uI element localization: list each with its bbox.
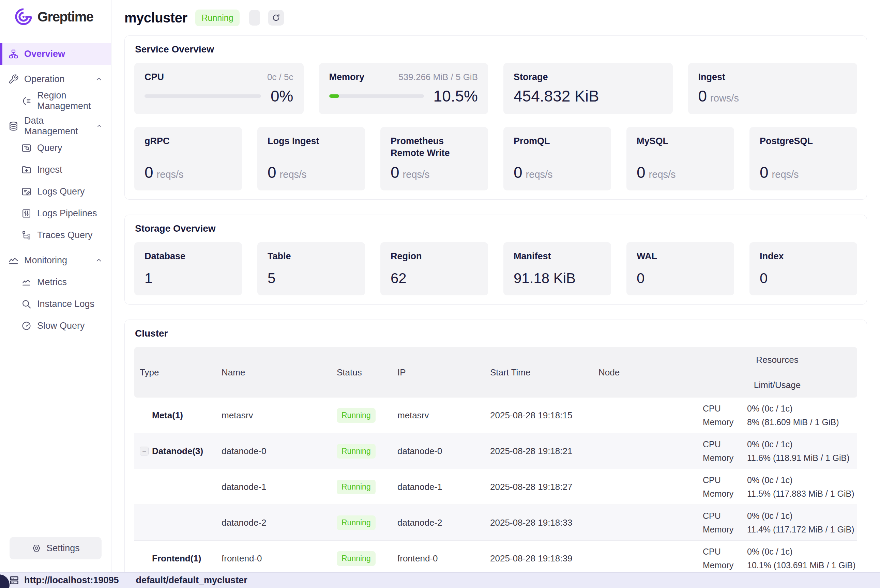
collapse-button[interactable]: − xyxy=(140,447,149,456)
cell-resource-labels: CPU Memory xyxy=(697,475,742,499)
cpu-resource-value: 0% (0c / 1c) xyxy=(747,475,792,485)
memory-label: Memory xyxy=(329,71,365,83)
sidebar-item-ingest[interactable]: Ingest xyxy=(0,159,111,180)
cell-status: Running xyxy=(331,408,392,423)
database-label: Database xyxy=(144,250,232,262)
server-icon xyxy=(9,575,20,586)
sidebar-item-label: Region Management xyxy=(37,90,111,111)
memory-resource-label: Memory xyxy=(703,560,733,570)
refresh-button[interactable] xyxy=(268,10,284,26)
memory-resource-value: 8% (81.609 MiB / 1 GiB) xyxy=(747,417,839,427)
cpu-resource-value: 0% (0c / 1c) xyxy=(747,439,792,449)
settings-button[interactable]: Settings xyxy=(9,537,102,560)
cell-name: metasrv xyxy=(216,410,331,421)
promql-value: 0 xyxy=(514,163,523,182)
cell-type: − Datanode(3) xyxy=(134,446,216,456)
cell-start-time: 2025-08-28 19:18:15 xyxy=(485,410,593,421)
status-bar: http://localhost:19095 default/default_m… xyxy=(0,572,880,588)
sidebar-item-label: Query xyxy=(37,143,62,153)
postgresql-value: 0 xyxy=(760,163,769,182)
cell-resource-values: 0% (0c / 1c) 11.4% (117.172 MiB / 1 GiB) xyxy=(742,511,857,534)
index-label: Index xyxy=(760,250,847,262)
app-window: Greptime Overview Operation xyxy=(0,0,880,588)
cpu-resource-label: CPU xyxy=(703,546,721,556)
wal-label: WAL xyxy=(637,250,724,262)
cell-name: datanode-0 xyxy=(216,446,331,456)
sidebar-group-operation[interactable]: Operation xyxy=(0,68,111,90)
col-type: Type xyxy=(134,347,216,398)
document-pen-icon xyxy=(21,186,32,197)
logs-ingest-value: 0 xyxy=(267,163,276,182)
cpu-resource-label: CPU xyxy=(703,475,721,485)
cell-resource-values: 0% (0c / 1c) 10.1% (103.691 MiB / 1 GiB) xyxy=(742,546,857,570)
sidebar-item-logs-query[interactable]: Logs Query xyxy=(0,180,111,202)
main-content: mycluster Running Service Overview CPU 0… xyxy=(111,0,880,588)
mysql-label: MySQL xyxy=(637,135,724,147)
storage-cards: Database 1 Table 5 Region 62 Manifest 91… xyxy=(134,242,857,296)
logs-ingest-label: Logs Ingest xyxy=(267,135,355,147)
cell-ip: frontend-0 xyxy=(392,553,485,564)
greptime-logo[interactable]: Greptime xyxy=(0,0,111,27)
memory-resource-value: 10.1% (103.691 MiB / 1 GiB) xyxy=(747,560,856,570)
cpu-resource-label: CPU xyxy=(703,511,721,521)
logs-ingest-unit: reqs/s xyxy=(280,169,307,180)
chevron-up-icon xyxy=(95,256,103,264)
sidebar-item-query[interactable]: Query xyxy=(0,137,111,159)
status-badge: Running xyxy=(337,551,375,566)
cpu-card: CPU 0c / 5c 0% xyxy=(134,63,304,114)
cpu-limit: 0c / 5c xyxy=(267,72,293,82)
cpu-resource-value: 0% (0c / 1c) xyxy=(747,404,792,414)
chevron-up-icon xyxy=(95,75,103,83)
sidebar-item-logs-pipelines[interactable]: Logs Pipelines xyxy=(0,202,111,224)
table-row: Meta(1) metasrv Running metasrv 2025-08-… xyxy=(134,398,857,434)
cluster-table-header: Type Name Status IP Start Time Node Reso… xyxy=(134,347,857,398)
cpu-percent: 0% xyxy=(270,87,293,105)
col-resources: Resources xyxy=(697,347,857,372)
storage-overview-panel: Storage Overview Database 1 Table 5 Regi… xyxy=(125,214,867,304)
cell-start-time: 2025-08-28 19:18:33 xyxy=(485,518,593,528)
ingest-unit: rows/s xyxy=(710,93,739,104)
sidebar-group-monitoring[interactable]: Monitoring xyxy=(0,249,111,271)
status-badge: Running xyxy=(337,515,375,530)
table-row: datanode-2 Running datanode-2 2025-08-28… xyxy=(134,505,857,541)
prometheus-label: Prometheus Remote Write xyxy=(390,135,478,159)
chevron-up-icon xyxy=(96,122,103,130)
refresh-icon xyxy=(271,13,281,22)
sidebar-item-instance-logs[interactable]: Instance Logs xyxy=(0,293,111,315)
sidebar-item-region-management[interactable]: Region Management xyxy=(0,90,111,112)
cell-start-time: 2025-08-28 19:18:21 xyxy=(485,446,593,456)
storage-card: Storage 454.832 KiB xyxy=(503,63,673,114)
sidebar-item-overview[interactable]: Overview xyxy=(0,43,111,65)
postgresql-label: PostgreSQL xyxy=(760,135,847,147)
settings-label: Settings xyxy=(47,543,80,554)
cpu-progress-bar xyxy=(144,94,261,98)
sidebar-item-traces-query[interactable]: Traces Query xyxy=(0,224,111,246)
sidebar-item-metrics[interactable]: Metrics xyxy=(0,271,111,293)
grpc-unit: reqs/s xyxy=(157,169,184,180)
index-card: Index 0 xyxy=(749,242,857,296)
cell-status: Running xyxy=(331,515,392,530)
memory-card: Memory 539.266 MiB / 5 GiB 10.5% xyxy=(319,63,488,114)
sidebar-group-label: Operation xyxy=(24,74,65,84)
search-icon xyxy=(21,299,32,309)
document-search-icon xyxy=(21,143,32,153)
col-ip: IP xyxy=(392,347,485,398)
sidebar-group-data-management[interactable]: Data Management xyxy=(0,115,111,137)
table-row: Frontend(1) frontend-0 Running frontend-… xyxy=(134,541,857,576)
header-action-button[interactable] xyxy=(249,10,260,26)
protocol-cards: gRPC 0 reqs/s Logs Ingest 0 reqs/s Prome… xyxy=(134,127,857,190)
grpc-label: gRPC xyxy=(144,135,232,147)
greptime-spiral-icon xyxy=(14,7,33,27)
col-status: Status xyxy=(331,347,392,398)
ingest-label: Ingest xyxy=(698,71,725,83)
cell-ip: datanode-2 xyxy=(392,518,485,528)
cell-name: datanode-2 xyxy=(216,518,331,528)
memory-resource-label: Memory xyxy=(703,417,733,427)
cpu-resource-label: CPU xyxy=(703,404,721,414)
table-value: 5 xyxy=(267,270,275,286)
sliders-icon xyxy=(21,208,32,219)
brand-name: Greptime xyxy=(38,9,93,24)
region-card: Region 62 xyxy=(380,242,488,296)
sidebar-item-slow-query[interactable]: Slow Query xyxy=(0,315,111,337)
cell-status: Running xyxy=(331,480,392,494)
